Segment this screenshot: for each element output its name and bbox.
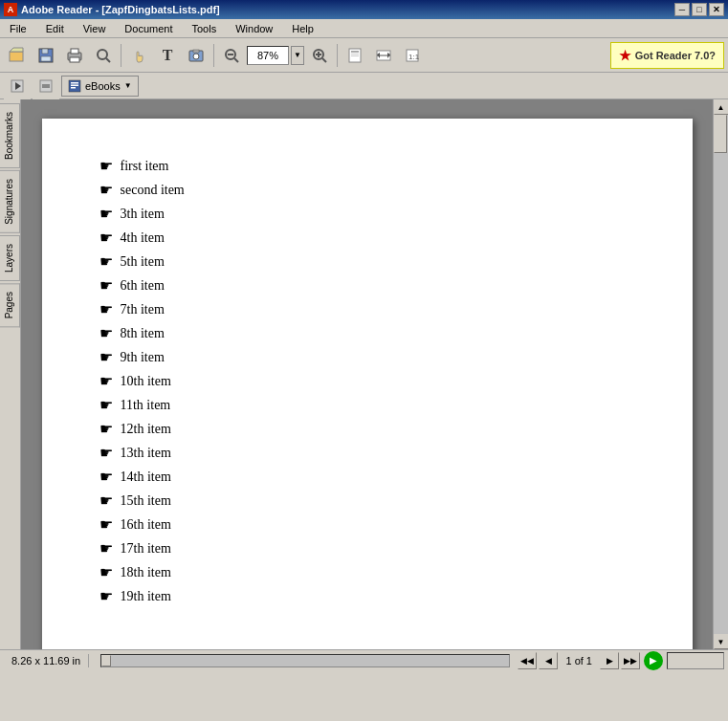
item-label: first item <box>121 159 169 174</box>
horizontal-scrollbar[interactable] <box>100 654 510 667</box>
navigation-controls: ◀◀ ◀ 1 of 1 ▶ ▶▶ <box>518 652 640 669</box>
item-label: 9th item <box>121 350 165 365</box>
pages-tab[interactable]: Pages <box>0 283 20 327</box>
title-bar-buttons: ─ □ ✕ <box>674 3 724 16</box>
bullet-icon: ☛ <box>99 468 113 486</box>
bullet-icon: ☛ <box>99 157 113 175</box>
item-label: 17th item <box>121 541 171 557</box>
bullet-icon: ☛ <box>99 229 113 247</box>
open-button[interactable] <box>4 42 31 69</box>
print-button[interactable] <box>61 42 88 69</box>
menu-tools[interactable]: Tools <box>187 21 223 36</box>
scroll-up-button[interactable]: ▲ <box>714 99 729 115</box>
svg-text:1:1: 1:1 <box>408 53 420 61</box>
zoom-out-button[interactable] <box>218 42 245 69</box>
bullet-icon: ☛ <box>99 276 113 295</box>
item-label: 6th item <box>121 278 165 294</box>
next-page-button[interactable]: ▶ <box>600 652 619 669</box>
svg-rect-7 <box>70 57 79 62</box>
zoom-in-button[interactable] <box>306 42 333 69</box>
separator-3 <box>337 44 338 67</box>
got-reader-banner[interactable]: ★ Got Reader 7.0? <box>610 42 724 69</box>
snapshot-button[interactable] <box>183 42 210 69</box>
svg-rect-23 <box>351 55 359 56</box>
list-item: ☛4th item <box>99 229 635 247</box>
item-label: second item <box>121 183 185 198</box>
bullet-icon: ☛ <box>99 492 113 510</box>
zoom-dropdown[interactable]: ▼ <box>291 46 304 65</box>
play-button[interactable]: ▶ <box>644 651 663 670</box>
fit-page-button[interactable] <box>342 42 368 69</box>
svg-point-8 <box>98 50 107 59</box>
signatures-tab[interactable]: Signatures <box>0 170 20 233</box>
item-label: 19th item <box>121 589 171 604</box>
last-page-button[interactable]: ▶▶ <box>621 652 640 669</box>
list-item: ☛7th item <box>99 300 635 318</box>
toolbar2: eBooks ▼ <box>0 73 728 99</box>
scrollbar-thumb[interactable] <box>714 115 727 153</box>
search-button[interactable] <box>90 42 117 69</box>
minimize-button[interactable]: ─ <box>674 3 690 16</box>
menu-bar: File Edit View Document Tools Window Hel… <box>0 19 728 38</box>
ebooks-button[interactable]: eBooks ▼ <box>61 76 139 97</box>
menu-edit[interactable]: Edit <box>40 21 70 36</box>
list-item: ☛13th item <box>99 444 635 462</box>
list-item: ☛first item <box>99 157 635 175</box>
title-bar: A Adobe Reader - [ZapfDingbatsLists.pdf]… <box>0 0 728 19</box>
svg-rect-0 <box>10 52 23 61</box>
bullet-icon: ☛ <box>99 563 113 581</box>
bookmarks-tab[interactable]: Bookmarks <box>0 103 20 168</box>
item-label: 5th item <box>121 254 165 270</box>
pdf-page: ☛first item☛second item☛3th item☛4th ite… <box>42 119 693 649</box>
list-item: ☛6th item <box>99 276 635 295</box>
pdf-scroll-area[interactable]: ☛first item☛second item☛3th item☛4th ite… <box>21 99 713 649</box>
item-label: 14th item <box>121 470 171 485</box>
item-label: 11th item <box>121 398 171 413</box>
toolbar2-btn1[interactable] <box>4 73 31 99</box>
list-item: ☛19th item <box>99 587 635 605</box>
actual-size-button[interactable]: 1:1 <box>399 42 426 69</box>
page-size-info: 8.26 x 11.69 in <box>4 655 80 666</box>
layers-tab[interactable]: Layers <box>0 235 20 281</box>
zoom-input[interactable] <box>247 46 289 65</box>
vertical-scrollbar: ▲ ▼ <box>713 99 728 649</box>
title-bar-text: Adobe Reader - [ZapfDingbatsLists.pdf] <box>21 4 220 15</box>
svg-rect-36 <box>71 84 78 86</box>
prev-page-button[interactable]: ◀ <box>539 652 558 669</box>
list-item: ☛15th item <box>99 492 635 510</box>
fit-width-button[interactable] <box>370 42 397 69</box>
zoom-area: ▼ <box>247 46 304 65</box>
list-item: ☛3th item <box>99 205 635 223</box>
list-item: ☛14th item <box>99 468 635 486</box>
list-item: ☛9th item <box>99 348 635 366</box>
svg-line-19 <box>322 58 326 62</box>
hand-tool-button[interactable] <box>125 42 152 69</box>
svg-rect-21 <box>351 51 359 53</box>
scrollbar-track <box>714 115 728 634</box>
bullet-icon: ☛ <box>99 587 113 605</box>
bullet-icon: ☛ <box>99 300 113 318</box>
scroll-down-button[interactable]: ▼ <box>714 634 729 649</box>
close-button[interactable]: ✕ <box>709 3 724 16</box>
maximize-button[interactable]: □ <box>692 3 707 16</box>
first-page-button[interactable]: ◀◀ <box>518 652 537 669</box>
menu-help[interactable]: Help <box>286 21 320 36</box>
menu-file[interactable]: File <box>4 21 33 36</box>
svg-line-9 <box>106 58 110 62</box>
list-item: ☛12th item <box>99 420 635 438</box>
menu-window[interactable]: Window <box>230 21 278 36</box>
got-reader-icon: ★ <box>619 48 631 63</box>
menu-document[interactable]: Document <box>119 21 178 36</box>
toolbar2-btn2[interactable] <box>33 73 59 99</box>
save-button[interactable] <box>33 42 59 69</box>
menu-view[interactable]: View <box>77 21 112 36</box>
item-label: 3th item <box>121 207 165 222</box>
item-label: 7th item <box>121 302 165 317</box>
svg-line-15 <box>234 58 238 62</box>
text-select-button[interactable]: T <box>154 42 181 69</box>
list-item: ☛8th item <box>99 324 635 342</box>
bullet-icon: ☛ <box>99 444 113 462</box>
svg-rect-6 <box>71 49 78 54</box>
item-label: 15th item <box>121 493 171 509</box>
status-zoom <box>667 652 724 669</box>
